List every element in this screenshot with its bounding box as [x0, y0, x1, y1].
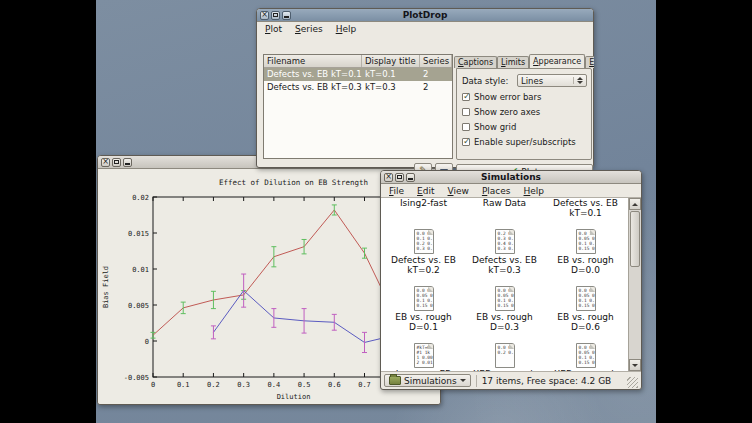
scrollbar-track: [629, 268, 641, 359]
file-label: XEB vs. rough: [554, 369, 617, 371]
column-header-series[interactable]: Series: [420, 55, 452, 67]
file-preview-line: 0.3 0.: [417, 246, 433, 251]
text-file-icon: #kT=0.#1 1k1 0.002 0.01: [414, 343, 434, 368]
tab-limits[interactable]: Limits: [497, 56, 529, 68]
file-label: D=0.3: [490, 322, 519, 332]
minimize-icon[interactable]: [123, 158, 132, 167]
file-item-eb-vs-rough-d-0-0[interactable]: 0.0 1.0.05 00.1 0.0.15 0EB vs. roughD=0.…: [545, 229, 626, 282]
scrollbar-thumb[interactable]: [630, 211, 640, 267]
maximize-icon[interactable]: [112, 158, 121, 167]
svg-text:0.3: 0.3: [237, 381, 250, 389]
status-text: 17 items, Free space: 4.2 GB: [482, 376, 612, 386]
menu-item-file[interactable]: File: [389, 186, 404, 196]
scroll-up-icon[interactable]: [629, 198, 641, 210]
menu-item-help[interactable]: Help: [524, 186, 545, 196]
file-item-eb-vs-rough-d-0-3[interactable]: 0.0 0.0.05 00.1 0.0.15 0EB vs. roughD=0.…: [464, 286, 545, 339]
file-label: XEB vs. rough: [473, 369, 536, 371]
data-style-label: Data style:: [462, 76, 508, 86]
file-item-eb-vs-rough-d-0-1[interactable]: 0.0 0.0.05 00.1 0.0.15 0EB vs. roughD=0.…: [383, 286, 464, 339]
combo-arrows-icon: [573, 77, 583, 84]
data-style-combobox[interactable]: Lines: [517, 74, 587, 87]
menu-item-series[interactable]: Series: [295, 24, 323, 34]
file-preview-line: 0.15 0: [498, 303, 514, 308]
checkbox-box[interactable]: [462, 93, 470, 101]
cell-series: 2: [420, 81, 452, 94]
file-label: D=0.1: [409, 322, 438, 332]
file-item-eb-vs-rough-d-0-6[interactable]: 0.0 0.0.05 00.1 0.0.15 0EB vs. roughD=0.…: [545, 286, 626, 339]
menu-item-plot[interactable]: Plot: [265, 24, 282, 34]
file-label: EB vs. rough: [557, 312, 614, 322]
plotdrop-titlebar[interactable]: PlotDrop: [257, 9, 593, 22]
close-icon[interactable]: [260, 11, 269, 20]
file-item-defects-vs-eb-kt-0-1[interactable]: 0.0 1.0.05 00.1 0.0.15 0Defects vs. EBkT…: [545, 198, 626, 225]
tab-captions[interactable]: Captions: [454, 56, 497, 68]
svg-text:0: 0: [145, 338, 149, 346]
location-label: Simulations: [404, 376, 457, 386]
file-label: EB vs. rough: [557, 255, 614, 265]
vertical-scrollbar[interactable]: [628, 198, 641, 371]
file-item-layer-vs-eb[interactable]: #kT=0.#1 1k1 0.002 0.01Layer vs. EB: [383, 343, 464, 371]
scroll-down-icon[interactable]: [629, 359, 641, 371]
checkbox-enable-super-subscripts[interactable]: Enable super/subscripts: [457, 132, 591, 147]
tab-extra[interactable]: Extra: [585, 56, 594, 68]
checkbox-label: Show zero axes: [474, 107, 540, 117]
file-label: kT=0.3: [488, 265, 521, 275]
minimize-icon[interactable]: [406, 173, 415, 182]
file-item-defects-vs-eb-kt-0-3[interactable]: 0.2 0.0.3 0.0.4 0.0.3 0.Defects vs. EBkT…: [464, 229, 545, 282]
menu-item-edit[interactable]: Edit: [417, 186, 434, 196]
file-list: FilenameDisplay titleSeries Defects vs. …: [263, 54, 453, 159]
maximize-icon[interactable]: [395, 173, 404, 182]
simulations-window: Simulations FileEditViewPlacesHelp 0.0 0…: [380, 170, 642, 390]
minimize-icon[interactable]: [282, 11, 291, 20]
file-item-raw-data[interactable]: 0.2 0.0.3 0.0.4 0.0.3 0.Raw Data: [464, 198, 545, 225]
text-file-icon: 0.0 1.0.05 00.1 0.0.15 0: [576, 229, 596, 254]
menu-item-places[interactable]: Places: [482, 186, 511, 196]
file-label: D=0.0: [571, 265, 600, 275]
table-row[interactable]: Defects vs. EB kT=0.3kT=0.32: [264, 81, 452, 94]
file-item-defects-vs-eb-kt-0-2[interactable]: 0.0 0.0.1 0.0.2 0.0.3 0.Defects vs. EBkT…: [383, 229, 464, 282]
cell-series: 2: [420, 68, 452, 81]
close-icon[interactable]: [384, 173, 393, 182]
tab-appearance[interactable]: Appearance: [529, 54, 585, 68]
checkbox-show-grid[interactable]: Show grid: [457, 117, 591, 132]
cell-filename: Defects vs. EB kT=0.1: [264, 68, 362, 81]
window-title: Simulations: [381, 172, 641, 182]
column-header-filename[interactable]: Filename: [264, 55, 362, 67]
plotdrop-window: PlotDrop PlotSeriesHelp FilenameDisplay …: [256, 8, 594, 168]
checkbox-box[interactable]: [462, 123, 470, 131]
checkbox-box[interactable]: [462, 108, 470, 116]
text-file-icon: 0.0 0.0.05 00.1 0.0.15 0: [414, 286, 434, 311]
svg-text:0.1: 0.1: [177, 381, 190, 389]
file-label: kT=0.2: [407, 265, 440, 275]
menu-item-view[interactable]: View: [448, 186, 469, 196]
resize-grip[interactable]: [627, 377, 638, 388]
file-list-header: FilenameDisplay titleSeries: [264, 55, 452, 68]
simulations-titlebar[interactable]: Simulations: [381, 171, 641, 184]
checkbox-show-zero-axes[interactable]: Show zero axes: [457, 102, 591, 117]
text-file-icon: 0.0 0.0.05 00.1 0.0.15 0: [495, 286, 515, 311]
menu-item-help[interactable]: Help: [336, 24, 357, 34]
svg-text:0: 0: [151, 381, 155, 389]
svg-text:Effect of Dilution on EB Stren: Effect of Dilution on EB Strength: [219, 178, 368, 187]
file-item-ising2-fast[interactable]: 0.0 0.0.1 0.0.2 0.0.3 0.Ising2-fast: [383, 198, 464, 225]
table-row[interactable]: Defects vs. EB kT=0.1kT=0.12: [264, 68, 452, 81]
checkbox-show-error-bars[interactable]: Show error bars: [457, 87, 591, 102]
column-header-display-title[interactable]: Display title: [362, 55, 420, 67]
location-button[interactable]: Simulations: [384, 374, 471, 387]
file-preview-line: 0.2 0.: [498, 350, 514, 355]
svg-text:0.5: 0.5: [298, 381, 311, 389]
file-item-xeb-vs-rough[interactable]: 0.0 0.0.05 00.1 0.0.15 0XEB vs. rough: [545, 343, 626, 371]
file-label: Layer vs. EB: [396, 369, 452, 371]
file-preview-line: 0.15 0: [579, 246, 595, 251]
close-icon[interactable]: [101, 158, 110, 167]
desktop: 00.10.20.30.40.50.60.70.80.9-0.00500.005…: [96, 0, 656, 423]
folder-icon: [389, 376, 401, 385]
separator: [476, 375, 477, 387]
cell-filename: Defects vs. EB kT=0.3: [264, 81, 362, 94]
checkbox-box[interactable]: [462, 138, 470, 146]
checkbox-label: Enable super/subscripts: [474, 137, 576, 147]
checkbox-group: Show error barsShow zero axesShow gridEn…: [457, 87, 591, 147]
svg-text:Dilution: Dilution: [277, 393, 311, 401]
maximize-icon[interactable]: [271, 11, 280, 20]
file-item-xeb-vs-rough[interactable]: 0.0 0.0.2 0.XEB vs. rough: [464, 343, 545, 371]
